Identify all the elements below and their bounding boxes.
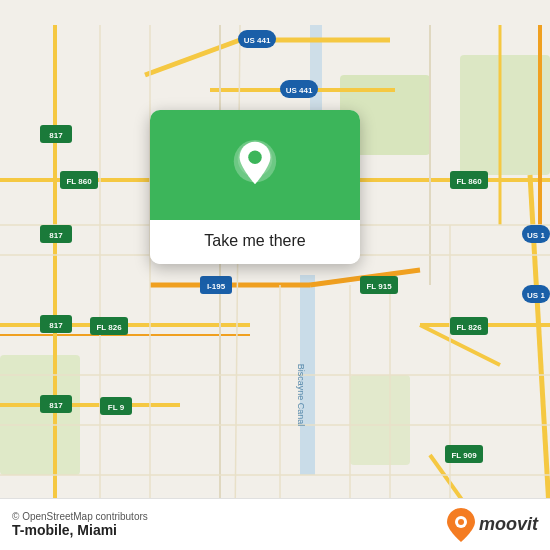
- svg-point-73: [248, 151, 262, 165]
- svg-text:FL 826: FL 826: [456, 323, 482, 332]
- bottom-info: © OpenStreetMap contributors T-mobile, M…: [12, 511, 148, 538]
- svg-text:FL 860: FL 860: [456, 177, 482, 186]
- svg-text:FL 826: FL 826: [96, 323, 122, 332]
- svg-line-7: [145, 40, 240, 75]
- svg-text:817: 817: [49, 401, 63, 410]
- svg-text:FL 915: FL 915: [366, 282, 392, 291]
- moovit-brand-text: moovit: [479, 514, 538, 535]
- svg-text:817: 817: [49, 131, 63, 140]
- svg-text:817: 817: [49, 321, 63, 330]
- svg-text:817: 817: [49, 231, 63, 240]
- take-me-there-label[interactable]: Take me there: [150, 220, 360, 264]
- svg-text:US 1: US 1: [527, 231, 545, 240]
- svg-text:I-195: I-195: [207, 282, 226, 291]
- svg-rect-4: [0, 355, 80, 475]
- svg-text:FL 909: FL 909: [451, 451, 477, 460]
- moovit-pin-icon: [447, 508, 475, 542]
- bottom-bar: © OpenStreetMap contributors T-mobile, M…: [0, 498, 550, 550]
- svg-text:Biscayne Canal: Biscayne Canal: [296, 364, 306, 427]
- map-container: US 441 US 441 FL 860 FL 860 817 817 817 …: [0, 0, 550, 550]
- location-name: T-mobile, Miami: [12, 522, 148, 538]
- svg-text:US 441: US 441: [244, 36, 271, 45]
- svg-rect-5: [350, 375, 410, 465]
- svg-line-22: [235, 25, 240, 525]
- svg-rect-3: [460, 55, 550, 175]
- svg-text:FL 9: FL 9: [108, 403, 125, 412]
- popup-header: [150, 110, 360, 220]
- svg-point-75: [458, 519, 464, 525]
- map-streets: US 441 US 441 FL 860 FL 860 817 817 817 …: [0, 0, 550, 550]
- osm-attribution: © OpenStreetMap contributors: [12, 511, 148, 522]
- svg-text:US 1: US 1: [527, 291, 545, 300]
- location-pin-icon: [231, 138, 279, 192]
- svg-text:FL 860: FL 860: [66, 177, 92, 186]
- moovit-logo: moovit: [447, 508, 538, 542]
- svg-text:US 441: US 441: [286, 86, 313, 95]
- popup-card[interactable]: Take me there: [150, 110, 360, 264]
